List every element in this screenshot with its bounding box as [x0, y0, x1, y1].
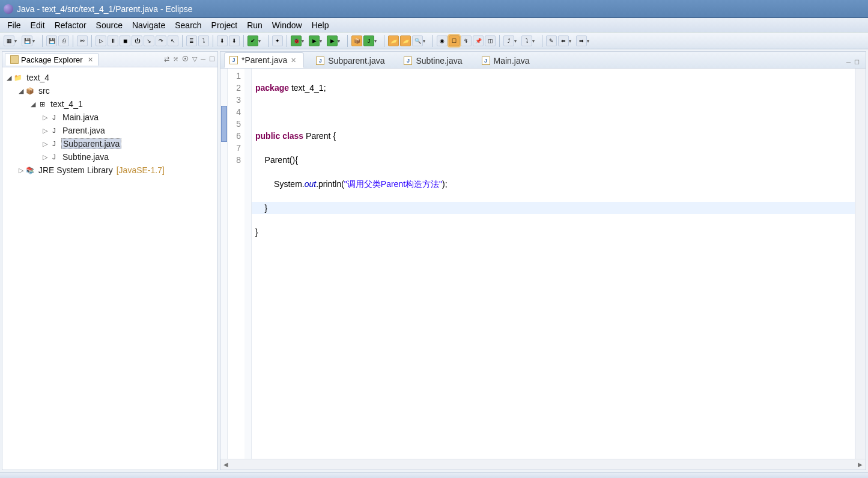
tree-project[interactable]: ◢ 📁 text_4 [2, 71, 217, 84]
java-dropdown[interactable]: ▾ [374, 38, 379, 43]
chevron-right-icon[interactable]: ▷ [41, 127, 49, 135]
scroll-right-icon[interactable]: ▶ [855, 459, 866, 470]
tree-package[interactable]: ◢ ⊞ text_4_1 [2, 97, 217, 111]
next-dropdown[interactable]: ▾ [514, 38, 519, 43]
code-editor[interactable]: package text_4_1; public class Parent { … [252, 69, 855, 459]
run-dropdown[interactable]: ▾ [320, 38, 324, 43]
new-dropdown[interactable]: ▾ [14, 38, 19, 43]
code-line[interactable]: package text_4_1; [252, 82, 855, 94]
forward-button[interactable]: ➡ [576, 35, 587, 46]
skip-dropdown[interactable]: ▾ [258, 38, 263, 43]
debug-dropdown[interactable]: ▾ [302, 38, 306, 43]
step-over-button[interactable]: ↷ [156, 35, 166, 46]
pin-button[interactable]: 📌 [473, 35, 484, 46]
prev-annotation-button[interactable]: ⤵ [521, 35, 532, 46]
code-line[interactable]: System.out.println("调用父类Parent构造方法"); [252, 178, 855, 190]
build-button[interactable]: ⬇ [217, 35, 228, 46]
pause-button[interactable]: ⏸ [108, 35, 118, 46]
open-type-button[interactable]: 📂 [388, 35, 399, 46]
minimize-icon[interactable]: ─ [846, 59, 851, 66]
filter-icon[interactable]: ⦿ [182, 55, 189, 63]
new-button[interactable]: ▦ [4, 35, 14, 46]
toggle-mark-button[interactable]: ↯ [461, 35, 472, 46]
search-button[interactable]: 🔍 [412, 35, 423, 46]
next-annotation-button[interactable]: ⤴ [503, 35, 514, 46]
tree-file-subparent[interactable]: ▷ J Subparent.java [2, 137, 217, 150]
chevron-right-icon[interactable]: ▷ [17, 167, 25, 174]
code-line[interactable] [252, 250, 855, 262]
tree-file-parent[interactable]: ▷ J Parent.java [2, 124, 217, 137]
save-dropdown[interactable]: ▾ [32, 38, 37, 43]
editor-tab-parent[interactable]: J *Parent.java ✕ [224, 52, 304, 68]
build-all-button[interactable]: ⬇ [229, 35, 240, 46]
open-task-button[interactable]: 📂 [400, 35, 411, 46]
save-all-button[interactable]: 💾 [46, 35, 57, 46]
close-icon[interactable]: ✕ [88, 56, 93, 64]
new-class-button[interactable]: ✦ [272, 35, 283, 46]
editor-tab-subtine[interactable]: J Subtine.java [399, 54, 469, 68]
chevron-right-icon[interactable]: ▷ [41, 140, 49, 148]
new-package-button[interactable]: 📦 [351, 35, 362, 46]
maximize-icon[interactable]: ☐ [854, 59, 860, 66]
minimize-icon[interactable]: ─ [201, 55, 205, 63]
code-line[interactable]: } [252, 226, 855, 238]
back-button[interactable]: ⬅ [558, 35, 569, 46]
save-button[interactable]: 💾 [22, 35, 32, 46]
tree-src[interactable]: ◢ 📦 src [2, 84, 217, 97]
folding-gutter[interactable] [244, 69, 252, 459]
coverage-dropdown[interactable]: ▾ [338, 38, 342, 43]
toggle-watchpoint-button[interactable]: ◉ [437, 35, 448, 46]
coverage-button[interactable]: ▶ [327, 35, 338, 46]
code-line[interactable]: Parent(){ [252, 154, 855, 166]
run-button[interactable]: ▶ [309, 35, 320, 46]
step-into-button[interactable]: ↘ [144, 35, 154, 46]
menu-help[interactable]: Help [307, 19, 334, 31]
prev-dropdown[interactable]: ▾ [532, 38, 537, 43]
drop-frame-button[interactable]: ≣ [186, 35, 197, 46]
close-icon[interactable]: ✕ [291, 57, 296, 64]
pin2-button[interactable]: ◫ [485, 35, 496, 46]
horizontal-scrollbar[interactable]: ◀ ▶ [220, 459, 866, 470]
menu-refactor[interactable]: Refactor [50, 19, 91, 31]
back-dropdown[interactable]: ▾ [569, 38, 574, 43]
editor-tab-main[interactable]: J Main.java [477, 54, 537, 68]
code-line[interactable]: public class Parent { [252, 130, 855, 142]
code-line[interactable] [252, 106, 855, 118]
tree-file-subtine[interactable]: ▷ J Subtine.java [2, 150, 217, 164]
step-filter-button[interactable]: ⤵ [198, 35, 209, 46]
chevron-down-icon[interactable]: ◢ [5, 74, 13, 82]
menu-search[interactable]: Search [170, 19, 206, 31]
menu-project[interactable]: Project [207, 19, 243, 31]
chevron-right-icon[interactable]: ▷ [41, 153, 49, 161]
marker-gutter[interactable] [220, 69, 228, 459]
skip-breakpoints-button[interactable]: ✔ [247, 35, 258, 46]
fwd-dropdown[interactable]: ▾ [587, 38, 592, 43]
tree-jre[interactable]: ▷ 📚 JRE System Library [JavaSE-1.7] [2, 164, 217, 177]
menu-file[interactable]: File [2, 19, 26, 31]
scroll-left-icon[interactable]: ◀ [220, 459, 231, 470]
package-explorer-tab[interactable]: Package Explorer ✕ [5, 54, 99, 66]
menu-run[interactable]: Run [242, 19, 267, 31]
print-button[interactable]: ⎙ [58, 35, 69, 46]
menu-source[interactable]: Source [91, 19, 127, 31]
debug-button[interactable]: 🐞 [291, 35, 302, 46]
step-return-button[interactable]: ↖ [168, 35, 178, 46]
tree-file-main[interactable]: ▷ J Main.java [2, 111, 217, 124]
menu-window[interactable]: Window [267, 19, 307, 31]
code-line[interactable]: } [252, 202, 855, 214]
collapse-all-icon[interactable]: ⇄ [164, 55, 169, 63]
toggle-breakpoint-button[interactable]: ☐ [449, 35, 460, 46]
last-edit-button[interactable]: ✎ [546, 35, 557, 46]
new-java-button[interactable]: J [363, 35, 374, 46]
chevron-down-icon[interactable]: ◢ [29, 100, 37, 108]
maximize-icon[interactable]: ☐ [209, 55, 215, 63]
link-editor-icon[interactable]: ⤱ [173, 55, 178, 63]
editor-tab-subparent[interactable]: J Subparent.java [311, 54, 392, 68]
menu-navigate[interactable]: Navigate [127, 19, 170, 31]
resume-button[interactable]: ▷ [96, 35, 106, 46]
view-menu-icon[interactable]: ▽ [192, 55, 197, 63]
search-dropdown[interactable]: ▾ [423, 38, 428, 43]
chevron-down-icon[interactable]: ◢ [17, 87, 25, 95]
menu-edit[interactable]: Edit [26, 19, 50, 31]
vertical-scrollbar[interactable] [855, 69, 866, 459]
